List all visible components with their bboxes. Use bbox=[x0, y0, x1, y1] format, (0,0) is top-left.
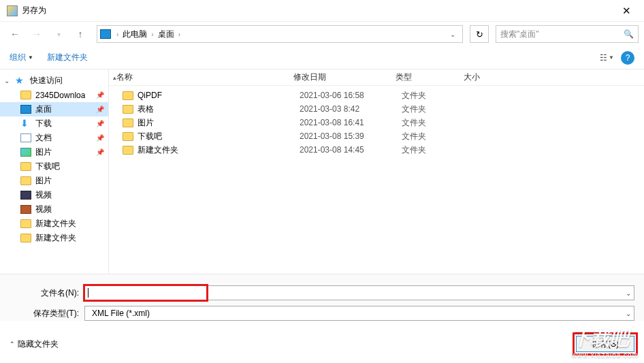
file-name: 图片 bbox=[138, 117, 300, 129]
toolbar: 组织▼ 新建文件夹 ☷ ▼ ? bbox=[0, 46, 644, 69]
file-name: 表格 bbox=[138, 104, 300, 115]
file-name: QiPDF bbox=[138, 91, 300, 100]
view-mode-button[interactable]: ☷ ▼ bbox=[600, 53, 614, 63]
sidebar-item-label: 视频 bbox=[35, 189, 52, 201]
close-button[interactable]: ✕ bbox=[611, 1, 641, 21]
vid-icon bbox=[20, 191, 31, 200]
refresh-button[interactable]: ↻ bbox=[470, 25, 489, 43]
chevron-down-icon: ⌄ bbox=[4, 77, 11, 84]
sidebar: ⌄ ★ 快速访问 2345Downloa📌桌面📌⬇下载📌文档📌图片📌下载吧图片视… bbox=[0, 69, 109, 274]
sidebar-item-label: 2345Downloa bbox=[35, 91, 85, 100]
column-headers: ▴ 名称 修改日期 类型 大小 bbox=[109, 69, 644, 86]
sidebar-item[interactable]: 桌面📌 bbox=[0, 102, 108, 116]
file-type: 文件夹 bbox=[402, 144, 470, 156]
nav-bar: ← → ▾ ↑ › 此电脑 › 桌面 › ⌄ ↻ 搜索"桌面" 🔍 bbox=[0, 22, 644, 46]
column-type[interactable]: 类型 bbox=[396, 72, 464, 83]
file-row[interactable]: 图片2021-03-08 16:41文件夹 bbox=[109, 116, 644, 129]
sidebar-item-label: 图片 bbox=[35, 146, 52, 158]
sidebar-item[interactable]: 视频 bbox=[0, 188, 108, 202]
sidebar-quick-access[interactable]: ⌄ ★ 快速访问 bbox=[0, 74, 108, 88]
filetype-select[interactable]: XML File (*.xml) ⌄ bbox=[84, 306, 634, 321]
chevron-right-icon: › bbox=[177, 31, 182, 38]
file-row[interactable]: 下载吧2021-03-08 15:39文件夹 bbox=[109, 129, 644, 143]
sidebar-item-label: 视频 bbox=[35, 204, 52, 215]
chevron-icon: ⌃ bbox=[10, 341, 15, 347]
file-type: 文件夹 bbox=[402, 117, 470, 129]
file-name: 下载吧 bbox=[138, 131, 300, 142]
bottom-panel: 文件名(N): ⌄ 保存类型(T): XML File (*.xml) ⌄ bbox=[0, 274, 644, 321]
star-icon: ★ bbox=[15, 76, 26, 85]
file-row[interactable]: 新建文件夹2021-03-08 14:45文件夹 bbox=[109, 143, 644, 157]
filename-input[interactable] bbox=[84, 285, 207, 300]
folder-icon bbox=[123, 105, 133, 114]
file-date: 2021-03-08 15:39 bbox=[300, 131, 402, 141]
up-button[interactable]: ↑ bbox=[71, 25, 90, 44]
chevron-down-icon: ▼ bbox=[609, 54, 614, 61]
sidebar-item[interactable]: 视频 bbox=[0, 202, 108, 217]
sidebar-item[interactable]: 下载吧 bbox=[0, 159, 108, 174]
sidebar-item-label: 桌面 bbox=[35, 104, 52, 115]
folder-icon bbox=[123, 146, 133, 155]
file-type: 文件夹 bbox=[402, 104, 470, 115]
file-row[interactable]: 表格2021-03-03 8:42文件夹 bbox=[109, 102, 644, 116]
sidebar-item-label: 下载 bbox=[35, 118, 52, 129]
sidebar-item[interactable]: ⬇下载📌 bbox=[0, 116, 108, 131]
pin-icon: 📌 bbox=[96, 120, 104, 127]
filetype-label: 保存类型(T): bbox=[10, 308, 84, 319]
file-date: 2021-03-08 16:41 bbox=[300, 118, 402, 127]
sidebar-item[interactable]: 图片 bbox=[0, 174, 108, 188]
back-button[interactable]: ← bbox=[5, 25, 25, 44]
footer: ⌃ 隐藏文件夹 保存(S) bbox=[0, 326, 644, 359]
file-date: 2021-03-08 14:45 bbox=[300, 145, 402, 155]
column-size[interactable]: 大小 bbox=[464, 72, 518, 83]
sidebar-item[interactable]: 图片📌 bbox=[0, 145, 108, 159]
hide-folders-button[interactable]: ⌃ 隐藏文件夹 bbox=[10, 338, 59, 350]
folder-icon bbox=[20, 219, 31, 228]
organize-button[interactable]: 组织▼ bbox=[10, 52, 33, 63]
file-name: 新建文件夹 bbox=[138, 144, 300, 156]
chevron-right-icon: › bbox=[115, 31, 120, 38]
filename-row: 文件名(N): ⌄ bbox=[10, 285, 634, 300]
column-date[interactable]: 修改日期 bbox=[293, 72, 396, 83]
chevron-down-icon: ▼ bbox=[28, 54, 33, 61]
folder-icon bbox=[123, 132, 133, 141]
filename-input-extent[interactable]: ⌄ bbox=[206, 285, 634, 300]
sidebar-item-label: 新建文件夹 bbox=[35, 218, 76, 230]
address-bar[interactable]: › 此电脑 › 桌面 › ⌄ bbox=[97, 25, 463, 43]
pin-icon: 📌 bbox=[96, 134, 104, 142]
sidebar-item[interactable]: 文档📌 bbox=[0, 131, 108, 145]
address-dropdown[interactable]: ⌄ bbox=[446, 31, 460, 38]
sidebar-item-label: 下载吧 bbox=[35, 161, 60, 172]
forward-button[interactable]: → bbox=[27, 25, 46, 44]
chevron-down-icon: ⌄ bbox=[626, 310, 631, 317]
file-date: 2021-03-03 8:42 bbox=[300, 104, 402, 114]
folder-icon bbox=[20, 176, 31, 185]
column-name[interactable]: 名称 bbox=[116, 72, 293, 83]
file-pane: ▴ 名称 修改日期 类型 大小 QiPDF2021-03-06 16:58文件夹… bbox=[109, 69, 644, 274]
file-type: 文件夹 bbox=[402, 90, 470, 101]
chevron-right-icon: › bbox=[150, 31, 155, 38]
pc-icon bbox=[100, 29, 111, 39]
search-input[interactable]: 搜索"桌面" 🔍 bbox=[496, 25, 639, 43]
pin-icon: 📌 bbox=[96, 91, 104, 99]
breadcrumb-current[interactable]: 桌面 bbox=[155, 29, 177, 40]
help-button[interactable]: ? bbox=[621, 51, 634, 65]
sidebar-item[interactable]: 2345Downloa📌 bbox=[0, 88, 108, 102]
folder-icon bbox=[123, 91, 133, 100]
list-icon: ☷ bbox=[600, 53, 607, 63]
history-dropdown[interactable]: ▾ bbox=[49, 25, 68, 44]
chevron-down-icon[interactable]: ⌄ bbox=[626, 289, 631, 297]
breadcrumb-root[interactable]: 此电脑 bbox=[120, 29, 150, 40]
title-bar: 另存为 ✕ bbox=[0, 0, 644, 22]
search-icon: 🔍 bbox=[624, 29, 634, 39]
new-folder-button[interactable]: 新建文件夹 bbox=[47, 52, 88, 63]
file-row[interactable]: QiPDF2021-03-06 16:58文件夹 bbox=[109, 89, 644, 102]
folder-icon bbox=[20, 162, 31, 171]
sidebar-item[interactable]: 新建文件夹 bbox=[0, 217, 108, 231]
pin-icon: 📌 bbox=[96, 148, 104, 156]
sidebar-item-label: 文档 bbox=[35, 132, 52, 144]
down-icon: ⬇ bbox=[20, 119, 31, 128]
save-button[interactable]: 保存(S) bbox=[576, 336, 634, 352]
main-area: ⌄ ★ 快速访问 2345Downloa📌桌面📌⬇下载📌文档📌图片📌下载吧图片视… bbox=[0, 69, 644, 274]
sidebar-item[interactable]: 新建文件夹 bbox=[0, 231, 108, 245]
